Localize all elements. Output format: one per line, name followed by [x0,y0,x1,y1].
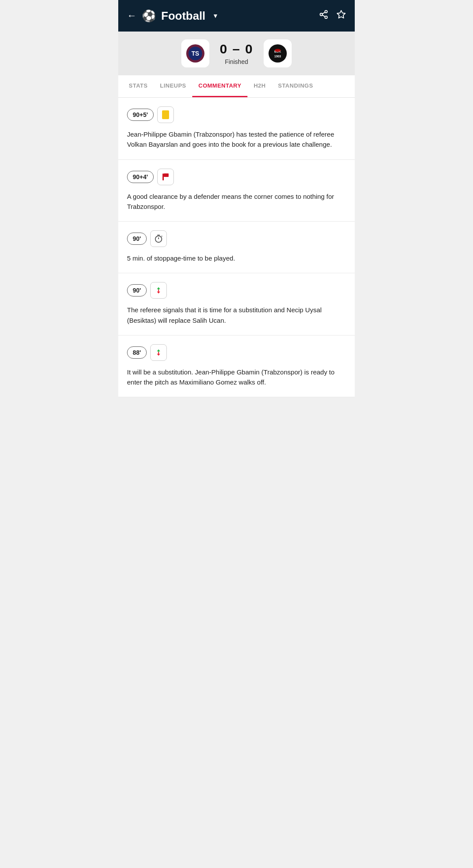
tab-standings[interactable]: STANDINGS [272,75,319,97]
event-badges: 90' [127,230,346,247]
commentary-item: 88' It will be a substitution. Jean-Phil… [118,335,355,398]
svg-rect-16 [164,173,169,177]
score-section: TS 0 – 0 Finished BJK 1903 [118,32,355,75]
substitution-icon [150,344,167,361]
event-badges: 90+4' [127,169,346,185]
commentary-item: 90+4' A good clearance by a defender mea… [118,160,355,222]
commentary-item: 90' 5 min. of stoppage-time to be played… [118,222,355,273]
score-center: 0 – 0 Finished [220,42,254,65]
yellow-card-shape [162,110,169,119]
match-status: Finished [220,58,254,65]
svg-text:TS: TS [191,50,199,57]
svg-point-14 [275,49,281,52]
app-header: ← ⚽ Football ▼ [118,0,355,32]
back-button[interactable]: ← [127,10,137,21]
header-right [319,10,346,22]
corner-flag-icon [157,169,174,185]
stopwatch-icon [150,230,167,247]
tab-commentary[interactable]: COMMENTARY [192,75,247,97]
event-time: 88' [127,346,147,359]
home-team-logo: TS [181,39,209,67]
commentary-item: 90+5' Jean-Philippe Gbamin (Trabzonspor)… [118,98,355,160]
tab-stats[interactable]: STATS [123,75,154,97]
event-time: 90+4' [127,171,154,183]
commentary-text: The referee signals that it is time for … [127,305,346,325]
score-display: 0 – 0 [220,42,254,56]
svg-marker-5 [337,11,345,18]
event-badges: 90' [127,282,346,299]
svg-line-3 [322,15,325,17]
favorite-icon[interactable] [336,10,346,22]
event-time: 90+5' [127,109,154,121]
commentary-text: 5 min. of stoppage-time to be played. [127,253,346,263]
commentary-item: 90' The referee signals that it is time … [118,273,355,335]
tab-lineups[interactable]: LINEUPS [154,75,192,97]
tab-h2h[interactable]: H2H [247,75,272,97]
svg-line-4 [322,12,325,14]
svg-rect-15 [162,173,164,180]
commentary-list: 90+5' Jean-Philippe Gbamin (Trabzonspor)… [118,98,355,397]
away-team-logo: BJK 1903 [264,39,292,67]
commentary-text: A good clearance by a defender means the… [127,191,346,212]
yellow-card-icon [157,106,174,123]
event-badges: 88' [127,344,346,361]
svg-line-20 [162,236,162,236]
tab-bar: STATS LINEUPS COMMENTARY H2H STANDINGS [118,75,355,98]
header-title: Football [161,9,205,23]
football-icon: ⚽ [142,9,156,23]
event-badges: 90+5' [127,106,346,123]
header-left: ← ⚽ Football ▼ [127,9,219,23]
event-time: 90' [127,233,147,245]
svg-text:1903: 1903 [275,55,282,58]
event-time: 90' [127,284,147,296]
dropdown-arrow-icon[interactable]: ▼ [212,12,219,19]
share-icon[interactable] [319,10,328,22]
commentary-text: It will be a substitution. Jean-Philippe… [127,367,346,388]
substitution-icon [150,282,167,299]
commentary-text: Jean-Philippe Gbamin (Trabzonspor) has t… [127,129,346,150]
